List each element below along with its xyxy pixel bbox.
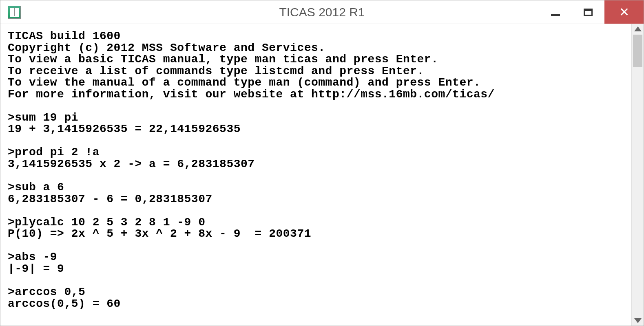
command-line: >prod pi 2 !a [8,146,100,159]
command-line: >sum 19 pi [8,111,78,124]
titlebar[interactable]: TICAS 2012 R1 ✕ [0,0,644,24]
minimize-button[interactable] [539,0,572,24]
command-line: >plycalc 10 2 5 3 2 8 1 -9 0 [8,216,205,229]
header-line: To receive a list of commands type listc… [8,65,424,77]
close-icon: ✕ [619,6,629,18]
header-line: To view a basic TICAS manual, type man t… [8,53,438,66]
header-line: For more information, visit our website … [8,88,495,101]
header-line: Copyright (c) 2012 MSS Software and Serv… [8,42,325,54]
scroll-down-icon[interactable] [634,318,642,323]
maximize-button[interactable] [572,0,604,24]
command-line: >abs -9 [8,251,57,263]
output-line: P(10) => 2x ^ 5 + 3x ^ 2 + 8x - 9 = 2003… [8,227,311,240]
maximize-icon [584,9,593,16]
minimize-icon [551,14,560,16]
header-line: TICAS build 1600 [8,30,121,42]
scroll-track[interactable] [632,35,644,315]
content-area: TICAS build 1600 Copyright (c) 2012 MSS … [0,24,644,326]
output-line: 19 + 3,1415926535 = 22,1415926535 [8,123,241,135]
window-controls: ✕ [539,0,644,24]
command-line: >arccos 0,5 [8,286,85,298]
output-line: 3,1415926535 x 2 -> a = 6,283185307 [8,158,255,170]
app-icon [8,6,21,19]
output-line: 6,283185307 - 6 = 0,283185307 [8,193,212,205]
vertical-scrollbar[interactable] [631,24,644,326]
output-line: arccos(0,5) = 60 [8,297,121,310]
window-title: TICAS 2012 R1 [279,5,365,19]
command-line: >sub a 6 [8,181,64,194]
close-button[interactable]: ✕ [604,0,644,24]
header-line: To view the manual of a command type man… [8,76,480,89]
output-line: |-9| = 9 [8,262,64,275]
scroll-up-icon[interactable] [634,26,642,31]
scroll-thumb[interactable] [633,35,642,67]
terminal-output[interactable]: TICAS build 1600 Copyright (c) 2012 MSS … [0,24,631,326]
